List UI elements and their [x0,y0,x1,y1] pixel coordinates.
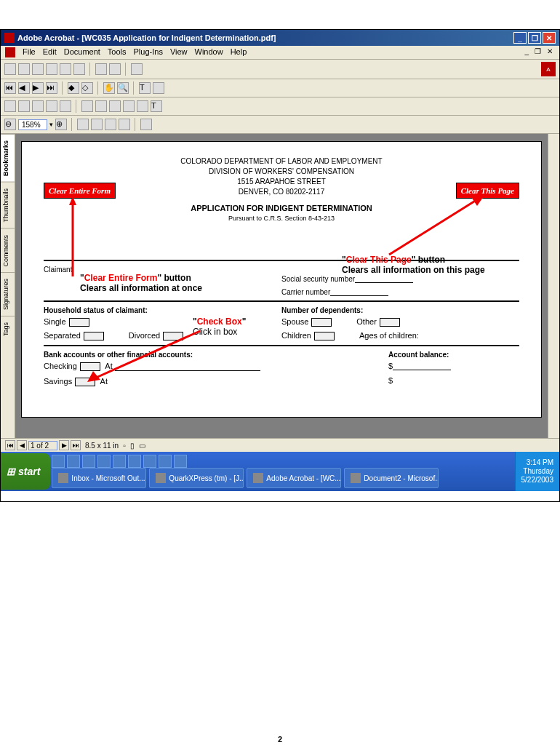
zoom-in-icon[interactable]: ⊕ [55,119,67,130]
spouse-checkbox[interactable] [311,318,332,327]
tab-tags[interactable]: Tags [1,316,15,342]
actual-size-icon[interactable] [105,119,116,130]
tool-icon[interactable] [73,63,85,75]
search-icon[interactable] [60,63,71,75]
reflow-icon[interactable] [119,119,130,130]
stamp-icon[interactable] [46,100,57,112]
rotate-icon[interactable] [140,119,152,130]
taskbar-item-quark[interactable]: QuarkXPress (tm) - [J... [149,468,244,488]
separated-checkbox[interactable] [84,332,104,340]
sign-icon[interactable] [95,100,107,112]
menu-view[interactable]: View [170,47,188,57]
prev-page-icon[interactable]: ◀ [18,82,30,94]
zoom-out-icon[interactable]: ⊖ [4,119,16,130]
divorced-checkbox[interactable] [163,332,183,340]
single-checkbox[interactable] [69,318,89,327]
menu-document[interactable]: Document [64,47,100,57]
save-icon[interactable] [18,63,30,75]
quark-icon [156,473,166,483]
status-first-icon[interactable]: ⏮ [5,440,15,450]
doc-minimize-button[interactable]: _ [522,47,531,57]
first-page-icon[interactable]: ⏮ [4,82,16,94]
tab-bookmarks[interactable]: Bookmarks [1,134,15,182]
clear-entire-form-button[interactable]: Clear Entire Form [44,183,116,199]
zoom-level[interactable]: 158% [18,119,47,130]
quicklaunch-icon-3[interactable] [82,455,95,468]
carrier-label: Carrier number [281,288,330,296]
menu-tools[interactable]: Tools [108,47,127,57]
minimize-button[interactable]: _ [513,32,527,44]
checking-checkbox[interactable] [80,362,100,371]
zoom-tool-icon[interactable]: 🔍 [117,82,129,94]
tab-comments[interactable]: Comments [1,228,15,273]
status-last-icon[interactable]: ⏭ [71,440,81,450]
crop-icon[interactable] [123,100,135,112]
menubar: File Edit Document Tools Plug-Ins View W… [1,46,559,60]
quicklaunch-icon-6[interactable] [128,455,141,468]
quicklaunch-icon-5[interactable] [113,455,126,468]
highlight-icon[interactable] [32,100,44,112]
carrier-field[interactable] [330,287,388,296]
quicklaunch-icon-9[interactable] [174,455,187,468]
email-icon[interactable] [46,63,57,75]
doc-close-button[interactable]: ✕ [545,47,555,57]
find-icon[interactable] [95,63,107,75]
quicklaunch-icon-8[interactable] [159,455,172,468]
other-checkbox[interactable] [380,318,400,327]
pencil-icon[interactable] [18,100,30,112]
start-button[interactable]: ⊞start [1,453,50,490]
taskbar-item-acrobat[interactable]: Adobe Acrobat - [WC... [247,468,341,488]
view-cont-icon[interactable]: ▯ [130,442,135,450]
select-tool-icon[interactable] [153,82,164,94]
check-icon[interactable] [60,100,71,112]
tab-thumbnails[interactable]: Thumbnails [1,182,15,228]
menu-help[interactable]: Help [231,47,247,57]
attach-icon[interactable] [109,100,121,112]
checking-balance-field[interactable] [393,362,451,370]
quicklaunch-icon-4[interactable] [97,455,111,468]
quicklaunch-icon-2[interactable] [67,455,80,468]
forward-icon[interactable]: ◇ [81,82,93,94]
tab-signatures[interactable]: Signatures [1,272,15,316]
fit-width-icon[interactable] [77,119,89,130]
open-icon[interactable] [4,63,16,75]
quicklaunch-icon-7[interactable] [143,455,156,468]
tool2-icon[interactable] [109,63,121,75]
note-icon[interactable] [4,100,16,112]
maximize-button[interactable]: ❐ [528,32,541,44]
link-icon[interactable] [137,100,148,112]
annotation-checkbox: "Check Box" Click in box [193,316,246,337]
clear-this-page-button[interactable]: Clear This Page [456,183,519,199]
vertical-scrollbar[interactable] [548,134,559,438]
taskbar-item-outlook[interactable]: Inbox - Microsoft Out... [52,468,146,488]
text2-icon[interactable]: T [151,100,162,112]
savings-checkbox[interactable] [75,378,95,386]
system-tray[interactable]: 3:14 PM Thursday 5/22/2003 [515,452,560,491]
page-indicator[interactable]: 1 of 2 [28,441,57,450]
doc-restore-button[interactable]: ❐ [532,47,543,57]
menu-plugins[interactable]: Plug-Ins [134,47,163,57]
print-icon[interactable] [32,63,44,75]
menu-file[interactable]: File [23,47,36,57]
quicklaunch-icon-1[interactable] [52,455,65,468]
text-tool-icon[interactable]: T [139,82,151,94]
last-page-icon[interactable]: ⏭ [46,82,57,94]
ssn-field[interactable] [355,274,413,283]
tool3-icon[interactable] [131,63,143,75]
status-prev-icon[interactable]: ◀ [17,440,27,450]
children-checkbox[interactable] [314,332,335,340]
close-button[interactable]: ✕ [543,32,556,44]
form-icon[interactable] [81,100,93,112]
menu-window[interactable]: Window [195,47,223,57]
hand-tool-icon[interactable]: ✋ [103,82,115,94]
checking-at-field[interactable] [115,362,260,371]
back-icon[interactable]: ◆ [68,82,79,94]
fit-page-icon[interactable] [91,119,103,130]
next-page-icon[interactable]: ▶ [32,82,44,94]
adobe-logo-icon: A [541,62,556,76]
menu-edit[interactable]: Edit [43,47,57,57]
view-facing-icon[interactable]: ▭ [139,442,145,450]
status-next-icon[interactable]: ▶ [59,440,69,450]
taskbar-item-word[interactable]: Document2 - Microsof... [344,468,439,488]
view-single-icon[interactable]: ▫ [123,442,126,450]
